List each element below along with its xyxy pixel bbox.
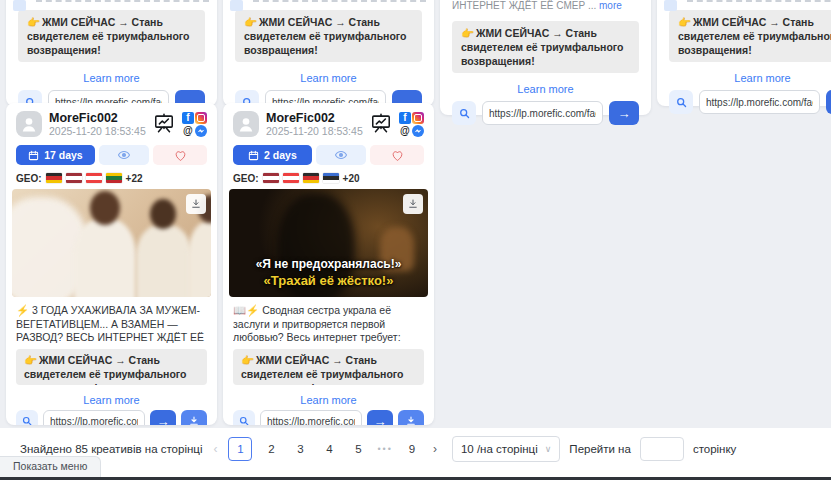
page-5-button[interactable]: 5 bbox=[348, 443, 368, 455]
views-button[interactable] bbox=[316, 145, 366, 165]
pointing-hand-emoji: 👉 bbox=[678, 16, 691, 28]
learn-more-link[interactable]: Learn more bbox=[517, 83, 573, 95]
ad-headline-text: ЖМИ СЕЙЧАС → Стань свидетелем её триумфа… bbox=[678, 16, 831, 56]
days-label: 2 days bbox=[264, 149, 297, 161]
learn-more-row: Learn more bbox=[16, 390, 207, 404]
dashed-divider bbox=[253, 0, 426, 2]
open-url-button[interactable]: → bbox=[367, 410, 393, 425]
search-icon[interactable] bbox=[16, 410, 38, 425]
search-icon[interactable] bbox=[233, 410, 255, 425]
open-url-button[interactable]: → bbox=[150, 410, 176, 425]
pointing-hand-emoji: 👉 bbox=[461, 27, 474, 39]
ad-headline-text: ЖМИ СЕЙЧАС → Стань свидетелем её триумфа… bbox=[27, 16, 190, 56]
messenger-icon bbox=[195, 125, 207, 137]
ad-card-partial-4: 👉ЖМИ СЕЙЧАС → Стань свидетелем её триумф… bbox=[657, 0, 831, 106]
download-creative-button[interactable] bbox=[398, 410, 424, 425]
landing-url-input[interactable] bbox=[482, 101, 603, 125]
ad-card-partial-2: 👉ЖМИ СЕЙЧАС → Стань свидетелем её триумф… bbox=[223, 0, 434, 106]
creative-image[interactable]: «Я не предохранялась!» «Трахай её жёстко… bbox=[229, 189, 428, 297]
landing-url-input[interactable] bbox=[260, 410, 362, 425]
search-icon[interactable] bbox=[452, 101, 476, 125]
decor-figure bbox=[150, 199, 176, 229]
timestamp: 2025-11-20 18:53:45 bbox=[266, 125, 363, 137]
learn-more-link[interactable]: Learn more bbox=[300, 72, 356, 84]
geo-flags bbox=[46, 173, 122, 183]
pagination-ellipsis[interactable]: ••• bbox=[377, 444, 392, 454]
profile-meta: MoreFic002 2025-11-20 18:53:45 bbox=[49, 111, 146, 137]
creative-card-2: MoreFic002 2025-11-20 18:53:45 2 days GE… bbox=[223, 103, 434, 425]
geo-more-count: +20 bbox=[343, 173, 360, 184]
landing-url-row: → bbox=[669, 90, 831, 114]
next-page-chevron-icon[interactable]: › bbox=[431, 442, 439, 456]
landing-url-input[interactable] bbox=[43, 410, 145, 425]
avatar bbox=[233, 111, 259, 137]
more-link[interactable]: more bbox=[599, 0, 622, 11]
platform-badges bbox=[399, 112, 424, 137]
pagination-bar: Знайдено 85 креативів на сторінці ‹ 1 2 … bbox=[0, 428, 831, 477]
cutoff-fragment bbox=[13, 0, 26, 11]
truncated-description: ИНТЕРНЕТ ЖДЁТ ЕЁ СМЕР ... more bbox=[452, 0, 639, 15]
ad-headline: 👉ЖМИ СЕЙЧАС → Стань свидетелем её триумф… bbox=[669, 10, 831, 62]
learn-more-link[interactable]: Learn more bbox=[734, 72, 790, 84]
favorite-button[interactable] bbox=[370, 145, 424, 165]
page-2-button[interactable]: 2 bbox=[261, 443, 281, 455]
decor-figure bbox=[188, 221, 211, 297]
prev-page-chevron-icon[interactable]: ‹ bbox=[211, 442, 219, 456]
eye-icon bbox=[117, 148, 131, 162]
landing-url-input[interactable] bbox=[699, 90, 820, 114]
heart-icon bbox=[391, 149, 404, 162]
description-text: 3 ГОДА УХАЖИВАЛА ЗА МУЖЕМ-ВЕГЕТАТИВЦЕМ..… bbox=[16, 304, 204, 345]
flag-lithuania bbox=[106, 173, 122, 183]
learn-more-link[interactable]: Learn more bbox=[83, 394, 139, 406]
cutoff-fragment bbox=[664, 0, 677, 11]
timestamp: 2025-11-20 18:53:45 bbox=[49, 125, 146, 137]
decor-figure bbox=[74, 219, 136, 297]
page-3-button[interactable]: 3 bbox=[290, 443, 310, 455]
eye-icon bbox=[334, 148, 348, 162]
instagram-icon bbox=[195, 112, 207, 124]
days-running-button[interactable]: 17 days bbox=[16, 145, 95, 165]
presentation-chart-icon bbox=[370, 112, 392, 134]
calendar-icon bbox=[248, 150, 259, 161]
arrow-right-icon: → bbox=[618, 107, 631, 120]
creative-image[interactable] bbox=[12, 189, 211, 297]
goto-page-input[interactable] bbox=[640, 437, 684, 461]
heart-icon bbox=[174, 149, 187, 162]
download-icon[interactable] bbox=[403, 194, 423, 214]
ad-headline: 👉ЖМИ СЕЙЧАС → Стань свидетелем её триумф… bbox=[452, 21, 639, 73]
show-menu-button[interactable]: Показать меню bbox=[0, 456, 101, 477]
download-creative-button[interactable] bbox=[181, 410, 207, 425]
dashed-divider bbox=[687, 0, 831, 2]
page-4-button[interactable]: 4 bbox=[319, 443, 339, 455]
days-running-button[interactable]: 2 days bbox=[233, 145, 312, 165]
page-size-select[interactable]: 10 /на сторінці∨ bbox=[452, 436, 560, 462]
open-url-button[interactable]: → bbox=[826, 90, 831, 114]
flag-austria bbox=[283, 173, 299, 183]
ad-headline: 👉ЖМИ СЕЙЧАС → Стань свидетелем её триумф… bbox=[235, 10, 422, 62]
learn-more-link[interactable]: Learn more bbox=[300, 394, 356, 406]
page-1-button[interactable]: 1 bbox=[228, 437, 252, 461]
favorite-button[interactable] bbox=[153, 145, 207, 165]
image-overlay-line-2: «Трахай её жёстко!» bbox=[229, 273, 428, 288]
geo-flags bbox=[263, 173, 339, 183]
pointing-hand-emoji: 👉 bbox=[27, 16, 40, 28]
description-text: Сводная сестра украла её заслуги и притв… bbox=[233, 304, 401, 345]
search-icon[interactable] bbox=[669, 90, 693, 114]
pointing-hand-emoji: 👉 bbox=[244, 16, 257, 28]
decor-figure bbox=[136, 225, 192, 297]
cutoff-remnant bbox=[669, 0, 831, 10]
more-link[interactable]: more bbox=[56, 345, 80, 346]
more-link[interactable]: more bbox=[303, 345, 327, 346]
download-icon[interactable] bbox=[186, 194, 206, 214]
page-last-button[interactable]: 9 bbox=[402, 443, 422, 455]
learn-more-link[interactable]: Learn more bbox=[83, 72, 139, 84]
cutoff-remnant bbox=[235, 0, 422, 10]
cutoff-fragment bbox=[230, 0, 243, 11]
pointing-hand-emoji: 👉 bbox=[24, 354, 37, 366]
ad-headline-text: ЖМИ СЕЙЧАС → Стань свидетелем её триумфа… bbox=[24, 354, 187, 385]
results-count-text: Знайдено 85 креативів на сторінці bbox=[20, 443, 202, 455]
views-button[interactable] bbox=[99, 145, 149, 165]
goto-page-suffix: сторінку bbox=[693, 443, 737, 455]
pointing-hand-emoji: 👉 bbox=[241, 354, 254, 366]
open-url-button[interactable]: → bbox=[609, 101, 639, 125]
